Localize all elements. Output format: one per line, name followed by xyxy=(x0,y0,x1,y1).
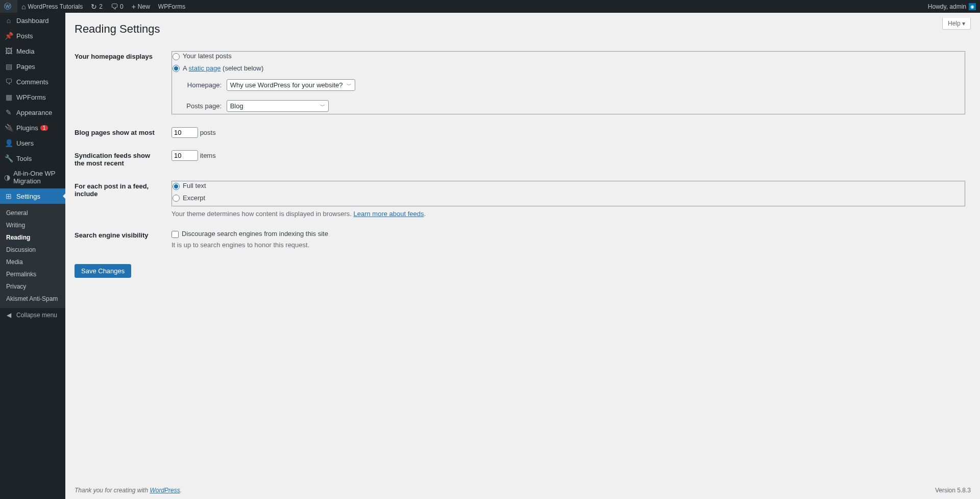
collapse-label: Collapse menu xyxy=(16,312,57,319)
postspage-select-label: Posts page: xyxy=(181,102,222,110)
updates-menu[interactable]: ↻2 xyxy=(87,0,107,13)
sidebar-item-comments[interactable]: 🗨Comments xyxy=(0,74,65,89)
sidebar-item-label: Tools xyxy=(16,155,32,162)
learn-feeds-link[interactable]: Learn more about feeds xyxy=(353,210,424,218)
sidebar-item-label: Media xyxy=(16,47,34,55)
submenu-item-reading[interactable]: Reading xyxy=(0,231,65,244)
admin-footer: Thank you for creating with WordPress. V… xyxy=(65,482,980,499)
row-label-feed-include: For each post in a feed, include xyxy=(75,175,166,224)
wpforms-icon: ▦ xyxy=(4,93,13,101)
sidebar-item-wpforms[interactable]: ▦WPForms xyxy=(0,89,65,105)
collapse-menu[interactable]: ◀Collapse menu xyxy=(0,308,65,322)
dashboard-icon: ⌂ xyxy=(4,16,13,25)
submenu-item-discussion[interactable]: Discussion xyxy=(0,244,65,256)
avatar-icon: ◉ xyxy=(969,3,976,10)
radio-latest-posts[interactable]: Your latest posts xyxy=(173,52,965,60)
submenu-item-privacy[interactable]: Privacy xyxy=(0,280,65,293)
posts-icon: 📌 xyxy=(4,32,13,40)
items-suffix: items xyxy=(200,152,216,159)
site-name: WordPress Tutorials xyxy=(28,3,83,10)
page-title: Reading Settings xyxy=(75,18,971,45)
radio-latest-posts-input[interactable] xyxy=(173,53,180,60)
sidebar-item-posts[interactable]: 📌Posts xyxy=(0,28,65,43)
sidebar-item-label: Users xyxy=(16,139,34,147)
settings-form: Your homepage displays Your latest posts… xyxy=(75,45,971,255)
account-menu[interactable]: Howdy, admin◉ xyxy=(924,0,980,13)
wordpress-icon: ⓦ xyxy=(4,2,11,11)
homepage-select-label: Homepage: xyxy=(181,81,222,89)
radio-static-page[interactable]: A static page (select below) xyxy=(173,64,965,73)
radio-excerpt[interactable]: Excerpt xyxy=(173,194,965,202)
comments-icon: 🗨 xyxy=(4,78,13,86)
wordpress-link[interactable]: WordPress xyxy=(150,487,180,494)
sidebar-item-settings[interactable]: ⊞Settings xyxy=(0,188,65,204)
radio-full-text-input[interactable] xyxy=(173,183,180,190)
update-badge: 1 xyxy=(40,125,48,131)
search-description: It is up to search engines to honor this… xyxy=(172,241,966,249)
homepage-select[interactable]: Why use WordPress for your website?﹀ xyxy=(227,79,356,91)
save-changes-button[interactable]: Save Changes xyxy=(75,264,131,278)
version-text: Version 5.8.3 xyxy=(935,487,971,494)
site-name-menu[interactable]: ⌂WordPress Tutorials xyxy=(17,0,87,13)
submenu-item-akismet-anti-spam[interactable]: Akismet Anti-Spam xyxy=(0,293,65,305)
submenu-item-general[interactable]: General xyxy=(0,207,65,219)
radio-excerpt-input[interactable] xyxy=(173,195,180,202)
sidebar-item-plugins[interactable]: 🔌Plugins1 xyxy=(0,120,65,135)
media-icon: 🖾 xyxy=(4,47,13,55)
plugins-icon: 🔌 xyxy=(4,124,13,132)
content-area: Help ▾ Reading Settings Your homepage di… xyxy=(65,0,980,499)
feed-description: Your theme determines how content is dis… xyxy=(172,210,966,218)
feed-include-fieldset: Full text Excerpt xyxy=(172,181,966,207)
static-page-link[interactable]: static page xyxy=(189,64,221,72)
wp-logo-menu[interactable]: ⓦ xyxy=(0,0,17,13)
comments-count: 0 xyxy=(120,3,124,10)
new-label: New xyxy=(138,3,150,10)
sidebar-item-pages[interactable]: ▤Pages xyxy=(0,59,65,74)
checkbox-discourage-input[interactable] xyxy=(172,231,179,238)
sidebar-item-label: Comments xyxy=(16,78,48,86)
admin-sidebar: ⌂Dashboard📌Posts🖾Media▤Pages🗨Comments▦WP… xyxy=(0,13,65,499)
appearance-icon: ✎ xyxy=(4,108,13,116)
wpforms-label: WPForms xyxy=(158,3,185,10)
sidebar-item-appearance[interactable]: ✎Appearance xyxy=(0,105,65,120)
radio-static-page-input[interactable] xyxy=(173,65,180,72)
sidebar-item-label: Appearance xyxy=(16,109,52,116)
sidebar-item-label: All-in-One WP Migration xyxy=(13,170,61,185)
postspage-select[interactable]: Blog﹀ xyxy=(227,100,329,112)
comment-icon: 🗨 xyxy=(111,3,118,11)
posts-per-page-input[interactable] xyxy=(172,127,198,138)
row-label-homepage: Your homepage displays xyxy=(75,45,166,121)
plus-icon: + xyxy=(132,3,136,11)
sidebar-item-dashboard[interactable]: ⌂Dashboard xyxy=(0,13,65,28)
comments-menu[interactable]: 🗨0 xyxy=(107,0,128,13)
sidebar-item-label: WPForms xyxy=(16,93,46,101)
settings-submenu: GeneralWritingReadingDiscussionMediaPerm… xyxy=(0,204,65,308)
sidebar-item-label: Dashboard xyxy=(16,17,49,25)
pages-icon: ▤ xyxy=(4,62,13,70)
admin-bar: ⓦ ⌂WordPress Tutorials ↻2 🗨0 +New WPForm… xyxy=(0,0,980,13)
submenu-item-writing[interactable]: Writing xyxy=(0,219,65,231)
sidebar-item-all-in-one-wp-migration[interactable]: ◑All-in-One WP Migration xyxy=(0,166,65,188)
checkbox-discourage[interactable]: Discourage search engines from indexing … xyxy=(172,230,328,237)
sidebar-item-tools[interactable]: 🔧Tools xyxy=(0,151,65,166)
sidebar-item-media[interactable]: 🖾Media xyxy=(0,43,65,59)
sidebar-item-label: Plugins xyxy=(16,124,38,132)
submenu-item-media[interactable]: Media xyxy=(0,256,65,268)
chevron-down-icon: ﹀ xyxy=(347,82,352,89)
row-label-feed-items: Syndication feeds show the most recent xyxy=(75,144,166,175)
home-icon: ⌂ xyxy=(21,3,26,11)
help-tab[interactable]: Help ▾ xyxy=(942,18,971,30)
wpforms-menu[interactable]: WPForms xyxy=(154,0,189,13)
users-icon: 👤 xyxy=(4,139,13,147)
sidebar-item-label: Settings xyxy=(16,193,40,200)
feed-items-input[interactable] xyxy=(172,150,198,161)
sidebar-item-label: Posts xyxy=(16,32,33,40)
row-label-blog-pages: Blog pages show at most xyxy=(75,121,166,144)
howdy-text: Howdy, admin xyxy=(928,3,966,10)
submenu-item-permalinks[interactable]: Permalinks xyxy=(0,268,65,280)
chevron-down-icon: ﹀ xyxy=(320,103,325,110)
sidebar-item-users[interactable]: 👤Users xyxy=(0,135,65,151)
new-content-menu[interactable]: +New xyxy=(128,0,154,13)
row-label-search-visibility: Search engine visibility xyxy=(75,224,166,255)
radio-full-text[interactable]: Full text xyxy=(173,182,965,190)
